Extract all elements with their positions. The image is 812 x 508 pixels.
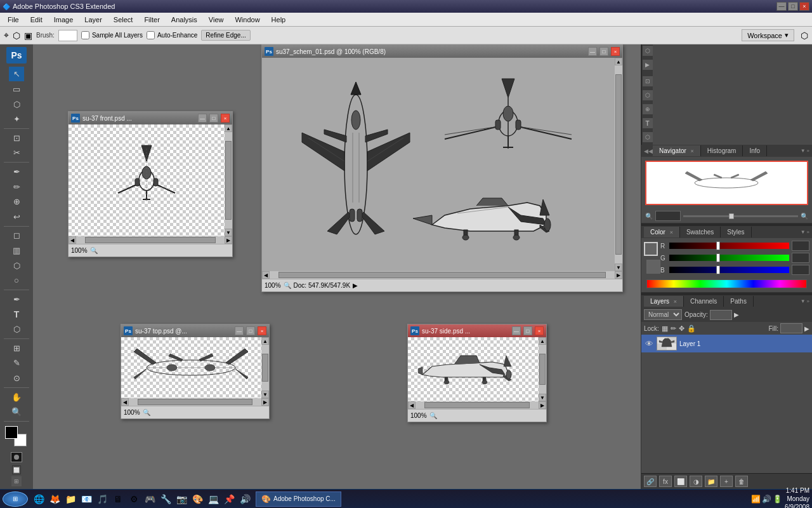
menu-file[interactable]: File (3, 15, 24, 25)
side-h-scrollbar[interactable]: ◀ ▶ (408, 401, 546, 409)
side-doc-minimize[interactable]: — (512, 326, 521, 335)
h-scroll-thumb[interactable] (278, 272, 606, 278)
top-zoom-icon[interactable]: 🔍 (143, 409, 150, 416)
r-value-input[interactable]: 99 (792, 241, 809, 251)
menu-edit[interactable]: Edit (25, 15, 48, 25)
tool-option-2[interactable]: ⬡ (13, 30, 20, 41)
taskbar-time[interactable]: 1:41 PM Monday 6/9/2008 (785, 486, 809, 508)
tool-healing[interactable]: ✒ (9, 164, 24, 179)
tool-clone[interactable]: ⊕ (9, 194, 24, 209)
lock-position-icon[interactable]: ✥ (679, 324, 684, 333)
menu-layer[interactable]: Layer (79, 15, 107, 25)
workspace-icon[interactable]: ⬡ (801, 30, 808, 41)
layer-fx-btn[interactable]: fx (659, 476, 672, 487)
tab-info[interactable]: Info (743, 145, 767, 156)
g-thumb[interactable] (716, 253, 720, 262)
top-v-scrollbar[interactable]: ▲ ▼ (261, 337, 269, 398)
main-doc-minimize[interactable]: — (588, 47, 597, 56)
taskbar-icon-10[interactable]: 📷 (174, 492, 188, 506)
tool-gradient[interactable]: ▥ (9, 243, 24, 258)
menu-select[interactable]: Select (108, 15, 138, 25)
sys-icon-network[interactable]: 📶 (751, 495, 761, 504)
panel-icon-2[interactable]: ▶ (643, 60, 653, 70)
layer-link-btn[interactable]: 🔗 (644, 476, 657, 487)
tool-brush[interactable]: ✏ (9, 180, 24, 194)
panel-icon-3[interactable]: ⊡ (643, 76, 653, 86)
tab-navigator[interactable]: Navigator × (653, 145, 701, 156)
tool-option-3[interactable]: ▣ (24, 30, 32, 41)
b-bar-container[interactable] (669, 267, 789, 273)
panel-icon-1[interactable]: ⬡ (643, 46, 653, 56)
g-value-input[interactable]: 99 (792, 253, 809, 263)
menu-image[interactable]: Image (49, 15, 79, 25)
tool-selection[interactable]: ↖ (9, 67, 24, 81)
taskbar-app-photoshop[interactable]: 🎨 Adobe Photoshop C... (256, 491, 341, 507)
quick-mask-btn[interactable] (11, 452, 22, 462)
color-panel-minimize[interactable]: ▼ (801, 229, 806, 235)
sys-icon-volume[interactable]: 🔊 (762, 495, 771, 504)
menu-analysis[interactable]: Analysis (166, 15, 202, 25)
nav-zoom-input[interactable]: 100% (655, 211, 681, 221)
tab-swatches[interactable]: Swatches (680, 227, 721, 237)
taskbar-icon-8[interactable]: 🎮 (143, 492, 157, 506)
tool-shape[interactable]: ⬡ (9, 322, 24, 337)
front-scroll-down[interactable]: ▼ (225, 229, 232, 236)
side-doc-restore[interactable]: □ (523, 326, 532, 335)
panel-icon-6[interactable]: ⬡ (643, 132, 653, 142)
tool-slice[interactable]: ✂ (9, 146, 24, 161)
refine-edge-button[interactable]: Refine Edge... (201, 30, 250, 41)
taskbar-icon-7[interactable]: ⚙ (127, 492, 141, 506)
scroll-right-arrow[interactable]: ▶ (615, 271, 622, 279)
lock-all-icon[interactable]: 🔒 (687, 324, 696, 333)
tab-color[interactable]: Color × (644, 227, 680, 237)
menu-filter[interactable]: Filter (139, 15, 164, 25)
tool-lasso[interactable]: ⬡ (9, 97, 24, 112)
top-doc-close[interactable]: × (258, 326, 266, 335)
r-bar-container[interactable] (669, 243, 789, 249)
tool-pen[interactable]: ✒ (9, 292, 24, 307)
panel-icon-4[interactable]: ⬡ (643, 90, 653, 100)
taskbar-icon-1[interactable]: 🌐 (32, 492, 46, 506)
color-panel-expand[interactable]: » (807, 229, 809, 235)
front-doc-close[interactable]: × (221, 114, 230, 123)
layer-adj-btn[interactable]: ◑ (690, 476, 702, 487)
tool-eraser[interactable]: ◻ (9, 229, 24, 243)
front-doc-minimize[interactable]: — (198, 114, 207, 123)
tool-history-brush[interactable]: ↩ (9, 210, 24, 224)
tool-zoom[interactable]: 🔍 (9, 404, 24, 419)
layers-mode-select[interactable]: Normal Multiply Screen (644, 309, 682, 320)
layer-visibility-eye[interactable]: 👁 (644, 338, 654, 349)
sys-icon-battery[interactable]: 🔋 (773, 495, 782, 504)
brush-size-input[interactable]: 30 (58, 30, 77, 41)
main-doc-v-scrollbar[interactable]: ▲ ▼ (615, 58, 622, 271)
nav-zoom-slider[interactable] (683, 215, 798, 217)
layers-opacity-input[interactable]: 100% (710, 310, 732, 320)
tool-marquee[interactable]: ▭ (9, 82, 24, 97)
nav-slider-thumb[interactable] (729, 213, 734, 219)
extras-btn[interactable]: ⊞ (11, 476, 22, 486)
front-v-scrollbar[interactable]: ▲ ▼ (225, 124, 232, 236)
menu-help[interactable]: Help (266, 15, 291, 25)
lock-transparent-icon[interactable]: ▦ (662, 324, 668, 333)
nav-panel-expand[interactable]: » (807, 148, 809, 154)
zoom-out-icon[interactable]: 🔍 (645, 213, 653, 220)
layer-row-1[interactable]: 👁 (641, 335, 812, 352)
tool-text[interactable]: T (9, 307, 24, 322)
taskbar-icon-4[interactable]: 📧 (79, 492, 93, 506)
taskbar-icon-5[interactable]: 🎵 (95, 492, 109, 506)
opacity-arrow[interactable]: ▶ (734, 311, 739, 318)
taskbar-icon-6[interactable]: 🖥 (111, 492, 125, 506)
start-button[interactable]: ⊞ (3, 491, 28, 507)
taskbar-icon-9[interactable]: 🔧 (159, 492, 173, 506)
nav-panel-minimize[interactable]: ▼ (801, 148, 806, 154)
front-scroll-up[interactable]: ▲ (225, 124, 232, 132)
layer-new-btn[interactable]: + (720, 476, 733, 487)
fill-arrow[interactable]: ▶ (804, 325, 809, 332)
side-v-scrollbar[interactable]: ▲ ▼ (539, 337, 546, 401)
layers-fill-input[interactable]: 100% (780, 323, 802, 333)
main-doc-close[interactable]: × (611, 47, 620, 56)
taskbar-icon-3[interactable]: 📁 (63, 492, 77, 506)
panel-collapse-btn[interactable]: ◀◀ (644, 148, 653, 154)
g-bar-container[interactable] (669, 255, 789, 261)
front-h-scrollbar[interactable]: ◀ ▶ (69, 236, 232, 244)
